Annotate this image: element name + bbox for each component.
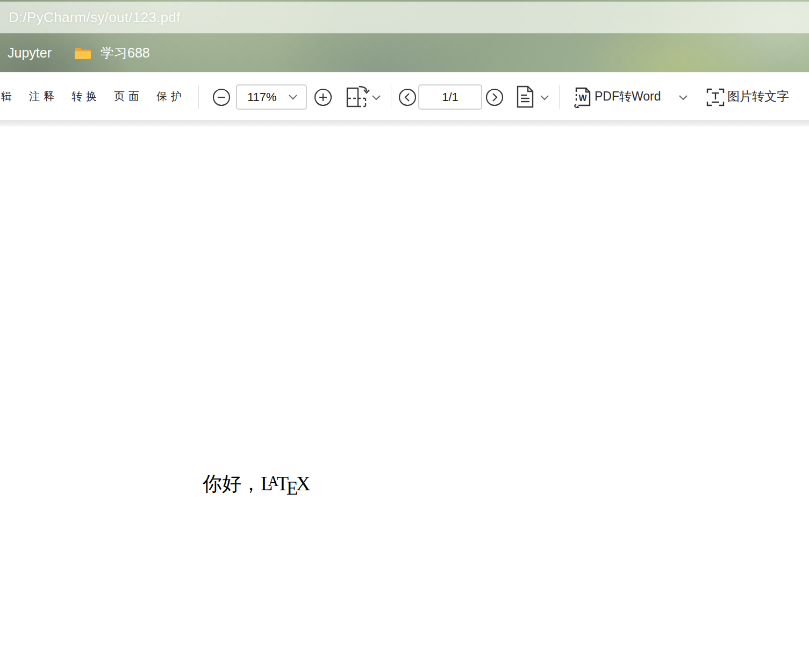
page-view-button[interactable] [516,85,535,109]
zoom-in-icon [314,88,332,106]
rotate-page-icon [345,84,371,109]
greeting-text: 你好， [203,473,261,495]
pdf-page-view[interactable]: 你好，LATEX [0,127,809,672]
tab-folder-label: 学习688 [101,44,150,62]
folder-icon [74,46,91,60]
titlebar: D:/PyCharm/sy/out/123.pdf [0,2,809,33]
toolbar: 辑 注释 转换 页面 保护 117% [0,73,809,120]
pdf-to-word-dropdown[interactable] [678,94,689,101]
document-path-title: D:/PyCharm/sy/out/123.pdf [0,9,181,26]
document-text-line: 你好，LATEX [203,471,310,497]
menu-item-edit-partial[interactable]: 辑 [1,89,16,104]
toolbar-menu: 辑 注释 转换 页面 保护 [1,73,185,120]
menu-item-page[interactable]: 页面 [114,89,143,104]
next-page-icon [485,88,504,106]
zoom-in-button[interactable] [314,88,332,106]
ocr-label[interactable]: 图片转文字 [727,73,789,120]
toolbar-divider [198,85,199,109]
chevron-down-icon [678,94,689,101]
svg-text:W: W [578,94,587,103]
zoom-out-button[interactable] [212,88,231,106]
app-window: D:/PyCharm/sy/out/123.pdf Jupyter 学习688 … [0,0,809,672]
zoom-level-select[interactable]: 117% [236,84,307,110]
next-page-button[interactable] [485,88,504,106]
chevron-down-icon [539,94,550,101]
tab-jupyter[interactable]: Jupyter [8,45,52,61]
pdf-to-word-button[interactable]: W [572,85,592,108]
tab-jupyter-label: Jupyter [8,45,52,61]
ocr-button[interactable] [705,87,726,108]
page-number-input[interactable]: 1/1 [418,84,482,110]
rotate-page-button[interactable] [345,84,371,109]
chevron-down-icon [288,94,298,101]
ocr-icon [705,87,726,108]
page-view-icon [516,85,535,109]
tab-bar: Jupyter 学习688 [0,33,809,73]
page-view-dropdown[interactable] [539,94,550,101]
menu-item-convert[interactable]: 转换 [71,89,101,104]
toolbar-divider [391,85,391,109]
menu-item-annotate[interactable]: 注释 [29,89,58,104]
window-header: D:/PyCharm/sy/out/123.pdf Jupyter 学习688 [0,0,809,73]
prev-page-button[interactable] [398,88,417,106]
page-indicator-value: 1/1 [442,90,459,104]
toolbar-shadow-strip [0,120,809,127]
menu-item-protect[interactable]: 保护 [156,89,185,104]
zoom-level-value: 117% [247,90,277,104]
latex-logo: LATEX [261,473,310,495]
prev-page-icon [398,88,417,106]
toolbar-divider [559,85,560,109]
pdf-to-word-icon: W [572,85,592,108]
tab-folder-688[interactable]: 学习688 [74,44,150,62]
chevron-down-icon [371,94,382,101]
zoom-out-icon [212,88,231,106]
rotate-page-dropdown[interactable] [371,94,382,101]
pdf-to-word-label[interactable]: PDF转Word [595,73,661,120]
